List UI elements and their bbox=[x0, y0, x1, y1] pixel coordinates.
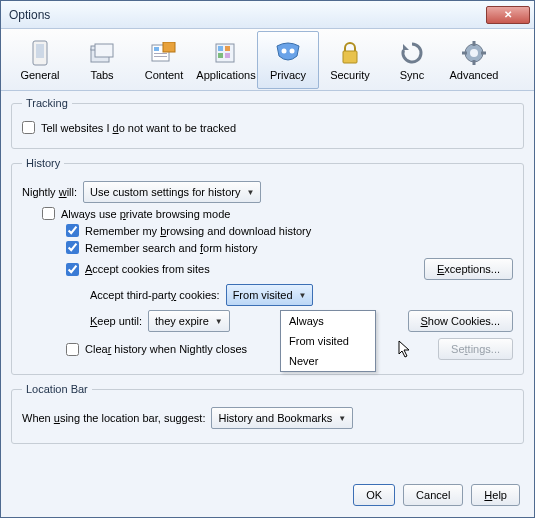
close-button[interactable]: ✕ bbox=[486, 6, 530, 24]
show-cookies-button[interactable]: Show Cookies... bbox=[408, 310, 514, 332]
dropdown-option[interactable]: Never bbox=[281, 351, 375, 371]
suggest-label: When using the location bar, suggest: bbox=[22, 412, 205, 424]
gear-icon bbox=[460, 39, 488, 67]
tracking-legend: Tracking bbox=[22, 97, 72, 109]
nightly-will-label: Nightly will: bbox=[22, 186, 77, 198]
history-mode-select[interactable]: Use custom settings for history▼ bbox=[83, 181, 261, 203]
dialog-footer: OK Cancel Help bbox=[1, 473, 534, 517]
svg-rect-13 bbox=[218, 53, 223, 58]
svg-rect-9 bbox=[163, 42, 175, 52]
private-browsing-label: Always use private browsing mode bbox=[61, 208, 230, 220]
svg-rect-12 bbox=[225, 46, 230, 51]
dnt-checkbox[interactable] bbox=[22, 121, 35, 134]
svg-point-16 bbox=[290, 49, 295, 54]
remember-form-label: Remember search and form history bbox=[85, 242, 257, 254]
content-icon bbox=[150, 39, 178, 67]
clear-on-close-checkbox[interactable] bbox=[66, 343, 79, 356]
accept-cookies-label: Accept cookies from sites bbox=[85, 263, 210, 275]
dropdown-option[interactable]: From visited bbox=[281, 331, 375, 351]
cursor-icon bbox=[398, 340, 412, 362]
keep-until-select[interactable]: they expire▼ bbox=[148, 310, 230, 332]
tab-advanced[interactable]: Advanced bbox=[443, 31, 505, 89]
titlebar: Options ✕ bbox=[1, 1, 534, 29]
history-group: History Nightly will: Use custom setting… bbox=[11, 157, 524, 375]
locationbar-legend: Location Bar bbox=[22, 383, 92, 395]
chevron-down-icon: ▼ bbox=[215, 317, 223, 326]
tab-privacy[interactable]: Privacy bbox=[257, 31, 319, 89]
keep-until-label: Keep until: bbox=[90, 315, 142, 327]
svg-rect-14 bbox=[225, 53, 230, 58]
svg-rect-11 bbox=[218, 46, 223, 51]
chevron-down-icon: ▼ bbox=[338, 414, 346, 423]
chevron-down-icon: ▼ bbox=[299, 291, 307, 300]
category-toolbar: General Tabs Content Applications Privac… bbox=[1, 29, 534, 91]
chevron-down-icon: ▼ bbox=[246, 188, 254, 197]
tab-general[interactable]: General bbox=[9, 31, 71, 89]
dnt-label: Tell websites I do not want to be tracke… bbox=[41, 122, 236, 134]
mask-icon bbox=[274, 39, 302, 67]
svg-rect-8 bbox=[154, 56, 167, 57]
clear-on-close-label: Clear history when Nightly closes bbox=[85, 343, 247, 355]
folders-icon bbox=[88, 39, 116, 67]
locationbar-group: Location Bar When using the location bar… bbox=[11, 383, 524, 444]
tab-applications[interactable]: Applications bbox=[195, 31, 257, 89]
remember-browsing-checkbox[interactable] bbox=[66, 224, 79, 237]
options-window: Options ✕ General Tabs Content Applicati… bbox=[0, 0, 535, 518]
svg-point-19 bbox=[470, 49, 478, 57]
third-party-dropdown: Always From visited Never bbox=[280, 310, 376, 372]
ok-button[interactable]: OK bbox=[353, 484, 395, 506]
tab-content[interactable]: Content bbox=[133, 31, 195, 89]
history-legend: History bbox=[22, 157, 64, 169]
accept-cookies-checkbox[interactable] bbox=[66, 263, 79, 276]
svg-rect-6 bbox=[154, 47, 159, 51]
third-party-select[interactable]: From visited▼ bbox=[226, 284, 314, 306]
close-icon: ✕ bbox=[504, 9, 512, 20]
svg-rect-17 bbox=[343, 51, 357, 63]
tab-security[interactable]: Security bbox=[319, 31, 381, 89]
dropdown-option[interactable]: Always bbox=[281, 311, 375, 331]
private-browsing-checkbox[interactable] bbox=[42, 207, 55, 220]
svg-rect-7 bbox=[154, 53, 167, 54]
third-party-label: Accept third-party cookies: bbox=[90, 289, 220, 301]
suggest-select[interactable]: History and Bookmarks▼ bbox=[211, 407, 353, 429]
remember-browsing-label: Remember my browsing and download histor… bbox=[85, 225, 311, 237]
svg-point-15 bbox=[282, 49, 287, 54]
remember-form-checkbox[interactable] bbox=[66, 241, 79, 254]
svg-rect-4 bbox=[95, 44, 113, 57]
device-icon bbox=[26, 39, 54, 67]
tab-tabs[interactable]: Tabs bbox=[71, 31, 133, 89]
apps-icon bbox=[212, 39, 240, 67]
lock-icon bbox=[336, 39, 364, 67]
exceptions-button[interactable]: Exceptions... bbox=[424, 258, 513, 280]
tracking-group: Tracking Tell websites I do not want to … bbox=[11, 97, 524, 149]
help-button[interactable]: Help bbox=[471, 484, 520, 506]
cancel-button[interactable]: Cancel bbox=[403, 484, 463, 506]
tab-sync[interactable]: Sync bbox=[381, 31, 443, 89]
window-title: Options bbox=[5, 8, 486, 22]
panel-body: Tracking Tell websites I do not want to … bbox=[1, 91, 534, 473]
sync-icon bbox=[398, 39, 426, 67]
svg-rect-1 bbox=[36, 44, 44, 58]
clear-settings-button[interactable]: Settings... bbox=[438, 338, 513, 360]
